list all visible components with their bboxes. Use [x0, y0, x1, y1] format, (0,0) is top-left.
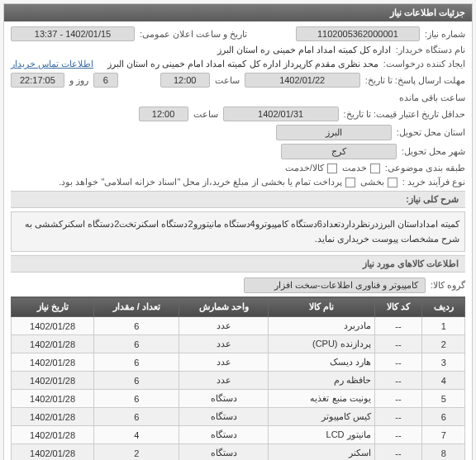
deadline-time: 12:00 — [160, 73, 210, 88]
overview-title: شرح کلی نیاز: — [11, 191, 465, 208]
cell-name: هارد دیسک — [269, 353, 374, 372]
class-label: طبقه بندی موضوعی: — [385, 163, 465, 173]
buyer-label: نام دستگاه خریدار: — [396, 45, 465, 55]
cell-code: -- — [374, 372, 422, 390]
process-note-checkbox[interactable] — [345, 178, 355, 187]
th-name: نام کالا — [269, 297, 374, 317]
th-qty: تعداد / مقدار — [94, 297, 179, 317]
cell-code: -- — [374, 408, 422, 426]
min-valid-time-label: ساعت — [193, 109, 218, 120]
need-no-value: 1102005362000001 — [296, 26, 420, 41]
overview-text: کمیته امداداستان البرزدرنظرداردتعداد6دست… — [11, 211, 465, 252]
class-service-checkbox[interactable] — [370, 164, 380, 173]
province-label: استان محل تحویل: — [397, 127, 465, 138]
cell-date: 1402/01/28 — [12, 317, 94, 335]
province-value: البرز — [276, 125, 392, 140]
pub-datetime-label: تاریخ و ساعت اعلان عمومی: — [140, 29, 247, 40]
cell-date: 1402/01/28 — [12, 335, 94, 353]
cell-name: پردازنده (CPU) — [269, 335, 374, 353]
cell-code: -- — [374, 426, 422, 444]
cell-qty: 6 — [94, 372, 179, 390]
cell-unit: دستگاه — [179, 390, 269, 408]
cell-unit: دستگاه — [179, 444, 269, 460]
cell-code: -- — [374, 335, 422, 353]
table-row[interactable]: 8--اسکنردستگاه21402/01/28 — [12, 444, 465, 460]
th-date: تاریخ نیاز — [12, 297, 94, 317]
cell-date: 1402/01/28 — [12, 444, 94, 460]
cell-unit: دستگاه — [179, 426, 269, 444]
min-valid-date: 1402/01/31 — [223, 107, 339, 121]
cell-idx: 6 — [422, 408, 465, 426]
class-product-checkbox[interactable] — [327, 164, 337, 173]
cell-date: 1402/01/28 — [12, 408, 94, 426]
cell-unit: دستگاه — [179, 408, 269, 426]
cell-code: -- — [374, 353, 422, 372]
th-unit: واحد شمارش — [179, 297, 269, 317]
cell-name: یونیت منبع تغذیه — [269, 390, 374, 408]
table-row[interactable]: 5--یونیت منبع تغذیهدستگاه61402/01/28 — [12, 390, 465, 408]
th-code: کد کالا — [374, 297, 422, 317]
cell-name: مانیتور LCD — [269, 426, 374, 444]
cell-idx: 5 — [422, 390, 465, 408]
cell-qty: 6 — [94, 390, 179, 408]
cell-date: 1402/01/28 — [12, 390, 94, 408]
pub-datetime-value: 1402/01/15 - 13:37 — [11, 26, 135, 41]
cell-unit: عدد — [179, 335, 269, 353]
panel-body: شماره نیاز: 1102005362000001 تاریخ و ساع… — [4, 21, 472, 460]
process-part-checkbox[interactable] — [388, 178, 397, 187]
table-row[interactable]: 6--کیس کامپیوتردستگاه61402/01/28 — [12, 408, 465, 426]
min-valid-time: 12:00 — [139, 107, 188, 121]
table-row[interactable]: 2--پردازنده (CPU)عدد61402/01/28 — [12, 335, 465, 353]
cell-idx: 7 — [422, 426, 465, 444]
cell-unit: عدد — [179, 372, 269, 390]
table-header-row: ردیف کد کالا نام کالا واحد شمارش تعداد /… — [12, 297, 465, 317]
cell-date: 1402/01/28 — [12, 426, 94, 444]
cell-date: 1402/01/28 — [12, 372, 94, 390]
cell-unit: عدد — [179, 353, 269, 372]
items-section-title: اطلاعات کالاهای مورد نیاز — [11, 255, 465, 273]
cell-qty: 6 — [94, 335, 179, 353]
cell-idx: 2 — [422, 335, 465, 353]
group-value[interactable]: کامپیوتر و فناوری اطلاعات-سخت افزار — [244, 277, 426, 293]
cell-qty: 6 — [94, 408, 179, 426]
cell-qty: 6 — [94, 353, 179, 372]
need-no-label: شماره نیاز: — [425, 29, 465, 40]
cell-idx: 8 — [422, 444, 465, 460]
cell-qty: 2 — [94, 444, 179, 460]
group-label: گروه کالا: — [431, 280, 465, 291]
panel-title: جزئیات اطلاعات نیاز — [4, 4, 472, 21]
details-panel: جزئیات اطلاعات نیاز شماره نیاز: 11020053… — [3, 3, 473, 460]
cell-name: حافظه رم — [269, 372, 374, 390]
table-row[interactable]: 4--حافظه رمعدد61402/01/28 — [12, 372, 465, 390]
cell-qty: 6 — [94, 317, 179, 335]
items-table: ردیف کد کالا نام کالا واحد شمارش تعداد /… — [11, 296, 465, 460]
cell-unit: عدد — [179, 317, 269, 335]
deadline-label: مهلت ارسال پاسخ: تا تاریخ: — [365, 75, 465, 86]
cell-name: مادربرد — [269, 317, 374, 335]
cell-code: -- — [374, 317, 422, 335]
remain-label: ساعت باقی مانده — [399, 92, 465, 103]
process-label: نوع فرآیند خرید : — [402, 177, 465, 187]
class-product-label: کالا/خدمت — [285, 163, 324, 173]
requester-label: ایجاد کننده درخواست: — [383, 59, 465, 69]
cell-idx: 3 — [422, 353, 465, 372]
process-note: پرداخت تمام یا بخشی از مبلغ خرید،از محل … — [59, 177, 342, 187]
contact-link[interactable]: اطلاعات تماس خریدار — [11, 59, 93, 69]
min-valid-label: حداقل تاریخ اعتبار قیمت: تا تاریخ: — [344, 109, 465, 120]
buyer-value: اداره کل کمیته امداد امام خمینی ره استان… — [217, 45, 390, 55]
cell-idx: 1 — [422, 317, 465, 335]
process-part-label: بخشی — [360, 177, 384, 187]
table-row[interactable]: 3--هارد دیسکعدد61402/01/28 — [12, 353, 465, 372]
cell-name: کیس کامپیوتر — [269, 408, 374, 426]
deadline-time-label: ساعت — [215, 75, 240, 86]
cell-code: -- — [374, 444, 422, 460]
remain-time: 22:17:05 — [11, 73, 64, 88]
th-idx: ردیف — [422, 297, 465, 317]
table-row[interactable]: 7--مانیتور LCDدستگاه41402/01/28 — [12, 426, 465, 444]
cell-idx: 4 — [422, 372, 465, 390]
requester-value: محد نظری مقدم کارپرداز اداره کل کمیته ام… — [107, 59, 378, 69]
city-value: کرج — [281, 144, 397, 159]
table-row[interactable]: 1--مادربردعدد61402/01/28 — [12, 317, 465, 335]
cell-date: 1402/01/28 — [12, 353, 94, 372]
cell-name: اسکنر — [269, 444, 374, 460]
